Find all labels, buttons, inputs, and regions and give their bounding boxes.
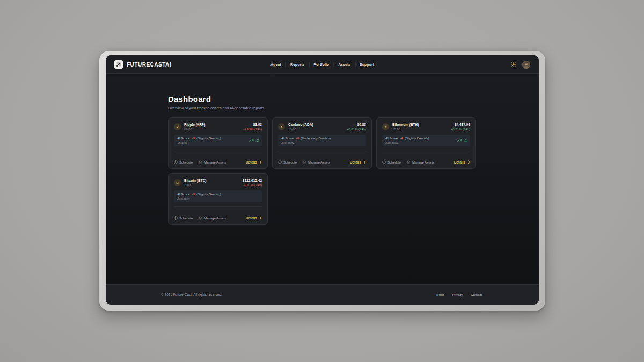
page-title: Dashboard [168,94,539,104]
score-updated: Just now [281,141,331,144]
arrow-up-right-icon [114,60,123,69]
coin-change: -0.01% (24h) [243,183,262,187]
manage-assets-button[interactable]: Manage Assets [199,216,226,220]
score-updated: Just now [177,197,221,200]
coin-time: 10:00 [392,128,419,131]
chevron-right-icon [363,160,366,164]
desktop-background: FUTURECASTAI Agent Reports Portfolio Ass… [0,0,644,362]
details-button[interactable]: Details [350,160,366,164]
ai-score-panel: AI Score: -4 (Slightly Bearish) Just now [382,135,470,146]
divider [174,151,262,151]
gear-icon [174,216,178,220]
card-actions: Schedule Manage Assets Details [174,160,262,164]
chevron-right-icon [467,160,470,164]
coin-name: Cardano (ADA) [288,123,313,127]
nav-item-portfolio[interactable]: Portfolio [313,62,329,68]
nav-item-assets[interactable]: Assets [338,62,350,68]
manage-assets-label: Manage Assets [308,161,330,164]
schedule-label: Schedule [179,161,193,164]
trash-icon [199,216,202,220]
asset-card-ripple: X Ripple (XRP) 09:00 $3.03 -1.93% (24h) [168,117,268,169]
coin-time: 09:00 [184,128,205,131]
ai-score-value: -4 [400,137,403,140]
page-subtitle: Overview of your tracked assets and AI-g… [168,106,539,110]
footer-link-terms[interactable]: Terms [435,293,444,297]
manage-assets-button[interactable]: Manage Assets [199,160,226,164]
ai-score-label: (Moderately Bearish) [301,137,331,140]
ai-score-value: -3 [192,193,195,196]
brand: FUTURECASTAI [114,60,171,69]
card-actions: Schedule Manage Assets Details [382,160,470,164]
coin-initial: B [176,181,178,184]
ai-score-panel: AI Score: -3 (Slightly Bearish) 1h ago [174,135,262,146]
card-header: X Ripple (XRP) 09:00 $3.03 -1.93% (24h) [174,123,262,131]
gear-icon [382,160,386,164]
coin-price: $3.03 [243,123,262,127]
coin-initial: X [176,125,178,129]
footer-link-contact[interactable]: Contact [471,293,482,297]
score-trend: +2 [249,139,259,142]
coin-price: $4,487.99 [451,123,470,127]
ai-score-panel: AI Score: -6 (Moderately Bearish) Just n… [278,135,366,146]
coin-avatar: A [278,123,285,130]
schedule-label: Schedule [283,161,297,164]
ai-score-value: -3 [192,137,195,140]
manage-assets-label: Manage Assets [412,161,434,164]
trash-icon [303,160,306,164]
brand-name: FUTURECASTAI [127,62,171,68]
ai-score-prefix: AI Score: [177,193,191,196]
app-header: FUTURECASTAI Agent Reports Portfolio Ass… [106,55,539,74]
main-content: Dashboard Overview of your tracked asset… [106,74,539,284]
app-window: FUTURECASTAI Agent Reports Portfolio Ass… [106,55,539,305]
schedule-button[interactable]: Schedule [174,216,193,220]
manage-assets-button[interactable]: Manage Assets [303,160,330,164]
footer-link-privacy[interactable]: Privacy [452,293,463,297]
divider [278,151,366,151]
manage-assets-label: Manage Assets [204,217,226,220]
coin-price: $122,015.42 [243,179,262,182]
nav-divider [309,62,309,67]
trend-value: +1 [463,139,467,142]
ai-score-prefix: AI Score: [177,137,191,140]
coin-name: Bitcoin (BTC) [184,179,207,182]
coin-avatar: B [174,179,181,186]
asset-card-cardano: A Cardano (ADA) 10:00 $0.83 +0.01% (24h) [272,117,372,169]
nav-item-reports[interactable]: Reports [290,62,304,68]
schedule-button[interactable]: Schedule [278,160,297,164]
divider [382,151,470,151]
details-label: Details [454,160,465,164]
ai-score-value: -6 [296,137,299,140]
schedule-button[interactable]: Schedule [174,160,193,164]
nav-divider [286,62,286,67]
app-footer: © 2025 Future Cast. All rights reserved.… [106,284,539,305]
card-header: A Cardano (ADA) 10:00 $0.83 +0.01% (24h) [278,123,366,131]
user-avatar[interactable] [522,61,530,69]
details-button[interactable]: Details [246,160,262,164]
details-button[interactable]: Details [246,216,262,220]
sun-icon[interactable] [511,62,516,67]
asset-card-ethereum: E Ethereum (ETH) 10:00 $4,487.99 +0.21% … [376,117,476,169]
manage-assets-button[interactable]: Manage Assets [407,160,434,164]
coin-change: +0.21% (24h) [451,128,470,131]
nav-item-agent[interactable]: Agent [270,62,281,68]
score-updated: Just now [385,141,429,144]
trending-up-icon [249,139,254,142]
ai-score-prefix: AI Score: [385,137,399,140]
nav-item-support[interactable]: Support [360,62,374,68]
details-button[interactable]: Details [454,160,470,164]
asset-card-bitcoin: B Bitcoin (BTC) 10:00 $122,015.42 -0.01%… [168,173,268,225]
score-updated: 1h ago [177,141,221,144]
trending-up-icon [457,139,462,142]
coin-change: -1.93% (24h) [243,128,262,131]
score-trend: +1 [457,139,467,142]
coin-time: 10:00 [184,183,207,187]
ai-score-label: (Slightly Bearish) [405,137,429,140]
chevron-right-icon [259,216,262,220]
trash-icon [199,160,202,164]
chevron-right-icon [259,160,262,164]
card-actions: Schedule Manage Assets Details [174,216,262,220]
ai-score-label: (Slightly Bearish) [196,137,221,140]
gear-icon [278,160,282,164]
header-right [511,61,530,69]
schedule-button[interactable]: Schedule [382,160,401,164]
